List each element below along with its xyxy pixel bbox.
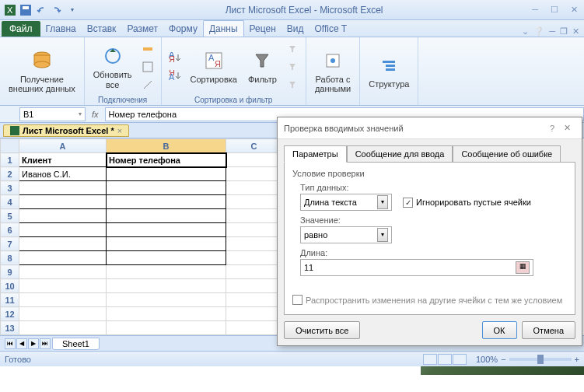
sort-asc-icon[interactable]: АЯ — [166, 49, 184, 66]
spread-checkbox[interactable]: Распространить изменения на другие ячейк… — [292, 295, 567, 305]
reapply-icon[interactable] — [284, 58, 301, 75]
ribbon-tab-6[interactable]: Вид — [282, 21, 309, 37]
dialog-tab-0[interactable]: Параметры — [284, 145, 347, 163]
zoom-level[interactable]: 100% — [476, 355, 498, 364]
last-sheet-icon[interactable]: ⏭ — [40, 338, 51, 349]
row-header[interactable]: 3 — [1, 181, 19, 195]
file-tab[interactable]: Файл — [2, 21, 40, 37]
save-icon[interactable] — [19, 3, 33, 17]
row-header[interactable]: 6 — [1, 223, 19, 237]
cell-C11[interactable] — [226, 293, 282, 307]
cell-A4[interactable] — [19, 195, 107, 209]
dialog-tab-2[interactable]: Сообщение об ошибке — [453, 145, 561, 163]
cell-B3[interactable] — [107, 181, 226, 195]
clear-filter-icon[interactable] — [284, 40, 301, 58]
cell-B4[interactable] — [107, 195, 226, 209]
cell-C6[interactable] — [226, 223, 282, 237]
cell-B10[interactable] — [107, 279, 226, 293]
cell-C1[interactable] — [226, 153, 282, 167]
filter-button[interactable]: Фильтр — [244, 46, 281, 86]
close-doc-icon[interactable]: × — [117, 126, 122, 135]
dialog-help-icon[interactable]: ? — [545, 122, 559, 135]
cell-B8[interactable] — [107, 251, 226, 265]
external-data-button[interactable]: Получение внешних данных — [5, 46, 79, 96]
column-header[interactable]: B — [107, 139, 226, 153]
cell-A2[interactable]: Иванов С.И. — [19, 167, 107, 181]
row-header[interactable]: 4 — [1, 195, 19, 209]
cell-A10[interactable] — [19, 279, 107, 293]
cell-B12[interactable] — [107, 307, 226, 321]
connections-icon[interactable] — [139, 40, 156, 58]
row-header[interactable]: 9 — [1, 265, 19, 279]
advanced-filter-icon[interactable] — [284, 76, 301, 93]
spreadsheet-grid[interactable]: ABC1КлиентНомер телефона2Иванов С.И.3456… — [0, 138, 282, 335]
row-header[interactable]: 13 — [1, 321, 19, 335]
redo-icon[interactable] — [50, 3, 64, 17]
ribbon-tab-4[interactable]: Данны — [203, 20, 244, 37]
page-layout-view-icon[interactable] — [438, 354, 452, 365]
row-header[interactable]: 2 — [1, 167, 19, 181]
cell-B9[interactable] — [107, 265, 226, 279]
ribbon-tab-7[interactable]: Office T — [309, 21, 353, 37]
cell-A3[interactable] — [19, 181, 107, 195]
cell-A1[interactable]: Клиент — [19, 153, 107, 167]
ribbon-tab-0[interactable]: Главна — [40, 21, 82, 37]
row-header[interactable]: 1 — [1, 153, 19, 167]
qat-dropdown-icon[interactable]: ▾ — [65, 3, 79, 17]
normal-view-icon[interactable] — [423, 354, 437, 365]
length-input[interactable]: 11▦ — [300, 259, 533, 276]
row-header[interactable]: 11 — [1, 293, 19, 307]
dialog-close-icon[interactable]: ✕ — [559, 121, 575, 135]
mdi-minimize-icon[interactable]: ─ — [549, 26, 555, 37]
cell-A6[interactable] — [19, 223, 107, 237]
ribbon-tab-1[interactable]: Вставк — [82, 21, 122, 37]
cell-A11[interactable] — [19, 293, 107, 307]
first-sheet-icon[interactable]: ⏮ — [5, 338, 16, 349]
row-header[interactable]: 8 — [1, 251, 19, 265]
outline-button[interactable]: Структура — [365, 51, 413, 91]
cell-C10[interactable] — [226, 279, 282, 293]
cell-C2[interactable] — [226, 167, 282, 181]
cell-B11[interactable] — [107, 293, 226, 307]
maximize-icon[interactable]: ☐ — [547, 3, 561, 16]
dialog-tab-1[interactable]: Сообщение для ввода — [347, 145, 453, 163]
ok-button[interactable]: ОК — [482, 321, 517, 339]
data-tools-button[interactable]: Работа с данными — [311, 46, 355, 96]
refresh-all-button[interactable]: Обновить все — [89, 41, 136, 91]
cell-A13[interactable] — [19, 321, 107, 335]
cell-B7[interactable] — [107, 237, 226, 251]
sort-button[interactable]: АЯ Сортировка — [187, 46, 241, 86]
help-icon[interactable]: ❔ — [533, 26, 544, 37]
name-box[interactable]: B1▾ — [19, 107, 86, 121]
row-header[interactable]: 7 — [1, 237, 19, 251]
dialog-titlebar[interactable]: Проверка вводимых значений ? ✕ — [278, 117, 582, 139]
zoom-out-icon[interactable]: − — [501, 355, 505, 364]
ribbon-tab-2[interactable]: Размет — [121, 21, 163, 37]
cell-B13[interactable] — [107, 321, 226, 335]
cell-C3[interactable] — [226, 181, 282, 195]
cell-C8[interactable] — [226, 251, 282, 265]
excel-icon[interactable]: X — [3, 3, 17, 17]
cell-C4[interactable] — [226, 195, 282, 209]
ribbon-tab-5[interactable]: Рецен — [244, 21, 282, 37]
mdi-restore-icon[interactable]: ❐ — [560, 26, 568, 37]
cell-A8[interactable] — [19, 251, 107, 265]
cell-C7[interactable] — [226, 237, 282, 251]
ignore-blank-checkbox[interactable]: ✓Игнорировать пустые ячейки — [403, 198, 531, 208]
cell-B1[interactable]: Номер телефона — [107, 153, 226, 167]
fx-icon[interactable]: fx — [92, 110, 99, 119]
row-header[interactable]: 12 — [1, 307, 19, 321]
undo-icon[interactable] — [34, 3, 48, 17]
cell-B6[interactable] — [107, 223, 226, 237]
zoom-in-icon[interactable]: + — [575, 355, 579, 364]
type-select[interactable]: Длина текста▾ — [300, 194, 392, 211]
page-break-view-icon[interactable] — [453, 354, 467, 365]
cell-A12[interactable] — [19, 307, 107, 321]
cell-C5[interactable] — [226, 209, 282, 223]
clear-all-button[interactable]: Очистить все — [284, 321, 360, 339]
cell-C12[interactable] — [226, 307, 282, 321]
ribbon-tab-3[interactable]: Форму — [163, 21, 203, 37]
row-header[interactable]: 5 — [1, 209, 19, 223]
cell-A9[interactable] — [19, 265, 107, 279]
sheet-tab[interactable]: Sheet1 — [52, 338, 100, 350]
